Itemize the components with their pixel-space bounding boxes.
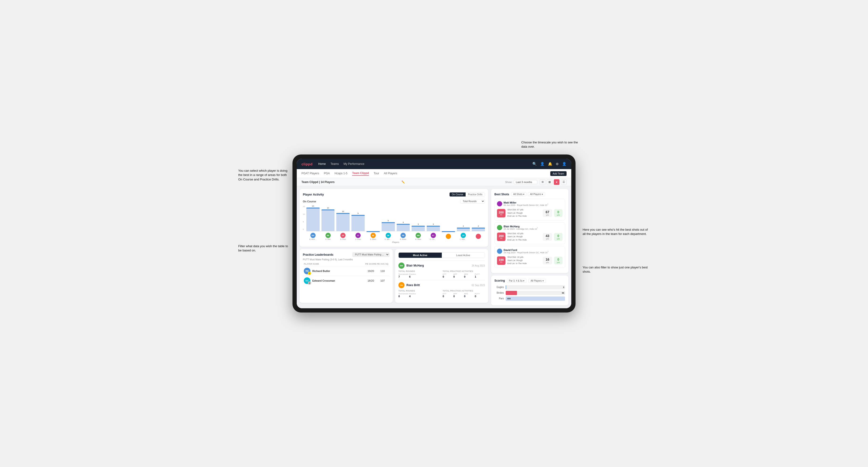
pa-gtt-col-1: GTT 0 — [443, 273, 453, 278]
avatar-item-1: RBR. Britt — [321, 233, 335, 240]
bar-label-1: 12 — [327, 207, 329, 209]
shot-dist-box-1: 67 yds — [543, 209, 552, 217]
shot-badge-1: 200 SG — [497, 209, 505, 217]
pa-avatar-1: BM — [398, 262, 404, 269]
leaderboard-filter[interactable]: PUTT Must Make Putting ... — [352, 252, 390, 257]
shot-dist-unit-2: yds — [546, 238, 549, 240]
players-filter-chevron: ▾ — [542, 193, 543, 195]
view-grid-icon[interactable]: ▦ — [547, 179, 552, 185]
shot-avatar-2 — [497, 225, 502, 230]
most-active-tabs: Most Active Least Active — [398, 252, 485, 258]
avatar-item-4: EEE. Ebert — [367, 233, 380, 240]
shot-chevron-3[interactable]: › — [548, 249, 549, 253]
avatar-circle-6: RB — [401, 233, 406, 238]
scoring-eagles-bar: 3 — [506, 285, 565, 289]
lb-rank-avatar-1: RB 1 — [304, 268, 310, 274]
chart-dropdown[interactable]: Total Rounds Fairways Hit GIR — [460, 199, 485, 204]
player-activity-header: Player Activity On Course Practice Drill… — [303, 192, 485, 197]
pa-practice-val-1: 6 — [409, 275, 419, 278]
shot-chevron-1[interactable]: › — [547, 202, 549, 206]
nav-my-performance[interactable]: My Performance — [344, 162, 365, 165]
tablet-screen: clippd Home Teams My Performance 🔍 👤 🔔 ⊕… — [297, 159, 571, 308]
avatars-row: BMB. McHargRBR. BrittDFD. FordJCJ. Coles… — [306, 233, 485, 240]
toggle-on-course[interactable]: On Course — [450, 192, 466, 196]
scoring-eagles-fill — [506, 285, 506, 289]
view-grid2-icon[interactable]: ⊞ — [540, 179, 545, 185]
lb-row-1: RB 1 Richard Butler 19/20 110 — [303, 266, 390, 276]
pa-activities-grid-2: GTT 0 APP 0 — [443, 293, 485, 298]
avatar-name-8: E. Crossman — [430, 239, 437, 240]
pa-total-rounds-label-1: Total Rounds — [398, 270, 441, 272]
tab-hcaps[interactable]: Hcaps 1-5 — [335, 172, 347, 176]
team-header: Team Clippd | 14 Players ✏️ Show: Last 3… — [297, 178, 571, 186]
nav-home[interactable]: Home — [318, 162, 326, 165]
player-activity-card: Player Activity On Course Practice Drill… — [300, 189, 488, 247]
person-icon[interactable]: 👤 — [540, 162, 545, 166]
pa-name-2: Rees Britt — [406, 283, 471, 287]
shot-zero-box-2: 0 yds — [554, 233, 563, 241]
shot-avatar-1 — [497, 201, 502, 206]
y-label-15: 15 — [303, 206, 305, 208]
pa-activities-grid-1: GTT 0 APP 0 — [443, 273, 485, 278]
tab-tour[interactable]: Tour — [374, 172, 379, 176]
edit-team-icon[interactable]: ✏️ — [401, 181, 405, 184]
lb-col-avg: PB AVG SQ — [377, 263, 389, 265]
avatar-icon[interactable]: 👤 — [562, 162, 566, 166]
pa-date-2: 02 Sep 2023 — [471, 284, 485, 286]
scoring-filter1-btn[interactable]: Par 3, 4 & 5s ▾ — [507, 279, 527, 283]
scoring-pars-bar: 499 — [506, 297, 565, 301]
tab-team-clippd[interactable]: Team Clippd — [352, 172, 369, 176]
best-shots-filters: All Shots ▾ All Players ▾ — [511, 192, 545, 196]
annotation-top-right: Choose the timescale you wish to see the… — [521, 140, 583, 149]
pa-app-col-1: APP 0 — [453, 273, 464, 278]
view-heart-icon[interactable]: ♥ — [554, 179, 559, 185]
shot-zero-num-1: 0 — [557, 210, 559, 214]
best-shots-card: Best Shots All Shots ▾ All Players ▾ — [491, 189, 568, 273]
tab-pgat-players[interactable]: PGAT Players — [302, 172, 319, 176]
shot-player-name-3: David Ford — [503, 249, 548, 251]
nav-teams[interactable]: Teams — [331, 162, 339, 165]
pa-gtt-col-2: GTT 0 — [443, 293, 453, 298]
bar-item-11: 2 — [472, 225, 485, 231]
bar-item-3: 9 — [351, 212, 365, 231]
players-filter-btn[interactable]: All Players ▾ — [528, 192, 545, 196]
pa-avatar-2: RB — [398, 282, 404, 288]
search-icon[interactable]: 🔍 — [532, 162, 537, 166]
bar-fill-1 — [321, 210, 335, 231]
add-team-button[interactable]: Add Team — [550, 171, 566, 176]
toggle-practice-drills[interactable]: Practice Drills — [466, 192, 485, 196]
bar-item-1: 12 — [321, 207, 335, 231]
add-icon[interactable]: ⊕ — [556, 162, 559, 166]
shots-filter-btn[interactable]: All Shots ▾ — [511, 192, 526, 196]
leaderboard-title: Practice Leaderboards — [303, 253, 333, 256]
bell-icon[interactable]: 🔔 — [548, 162, 552, 166]
tab-pga[interactable]: PGA — [324, 172, 330, 176]
shot-details-row-3: 198 SG Shot Dist: 16 ydsStart Lie: Rough… — [497, 256, 563, 266]
shot-sg-label-3: SG — [500, 261, 502, 263]
show-dropdown[interactable]: Last 3 months Last 6 months Last year — [514, 180, 537, 184]
pa-arg-col-1: ARG 0 — [464, 273, 474, 278]
tab-most-active[interactable]: Most Active — [399, 253, 442, 258]
view-list-icon[interactable]: ☰ — [561, 179, 566, 185]
shot-course-3: 24 Aug 2023 · Royal North Devon GC, Hole… — [503, 251, 548, 254]
show-label: Show: — [505, 181, 512, 184]
nav-links: Home Teams My Performance — [318, 162, 527, 165]
pa-total-rounds-2: Total Rounds Tournament 8 Practice — [398, 290, 441, 298]
shots-filter-chevron: ▾ — [523, 193, 524, 195]
tab-least-active[interactable]: Least Active — [442, 253, 485, 258]
pa-total-rounds-1: Total Rounds Tournament 7 Practice — [398, 270, 441, 278]
shot-chevron-2[interactable]: › — [537, 226, 538, 229]
bar-fill-0 — [306, 208, 319, 231]
bar-item-0: 13 — [306, 205, 319, 231]
avatar-item-11 — [472, 234, 485, 239]
pa-app-val-2: 0 — [453, 295, 464, 298]
right-column: Best Shots All Shots ▾ All Players ▾ — [491, 186, 571, 308]
pa-practice-activities-2: Total Practice Activities GTT 0 APP — [443, 290, 485, 298]
most-active-card: Most Active Least Active BM Blair McHarg… — [395, 249, 488, 303]
scoring-filter2-btn[interactable]: All Players ▾ — [528, 279, 546, 283]
bar-item-4 — [367, 231, 380, 231]
y-label-5: 5 — [303, 221, 305, 223]
tab-all-players[interactable]: All Players — [384, 172, 397, 176]
lb-name-2: Edward Crossman — [312, 279, 365, 282]
scoring-eagles-label: Eagles — [494, 286, 504, 288]
